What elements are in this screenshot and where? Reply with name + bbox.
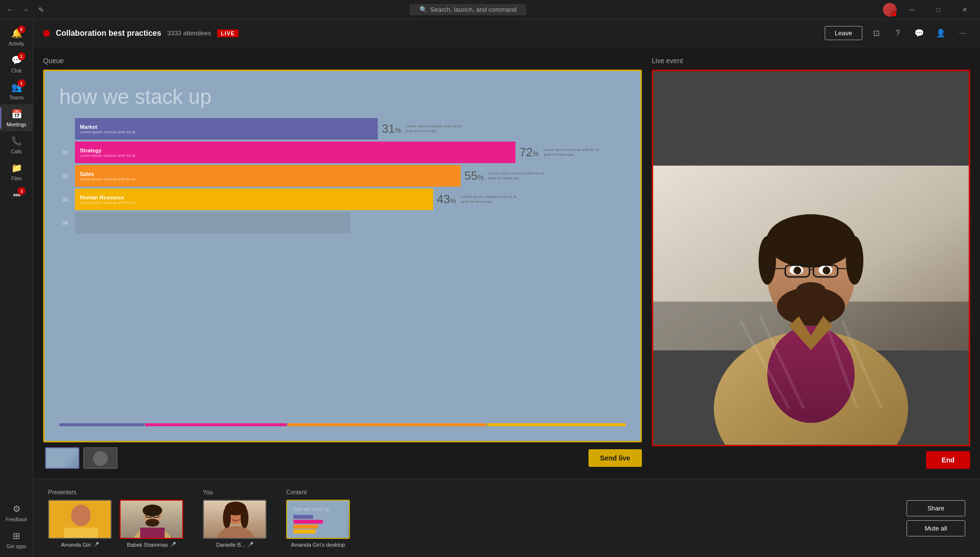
participants-bar: Presenters [33, 479, 980, 557]
more-badge: 1 [18, 187, 25, 195]
svg-point-13 [793, 266, 801, 274]
chart-bar-container-0: Market Lorem ipsum consuls ante be la 31… [75, 118, 626, 140]
content-preview-svg: how we stack up [289, 501, 347, 537]
sidebar-item-chat[interactable]: 💬 1 Chat [0, 50, 33, 77]
hr-desc: Lorem ipsum consuls ante be laante fre t… [461, 194, 516, 205]
sales-sub: Lorem ipsum consuls ante be la [80, 177, 456, 181]
thumb-1[interactable] [45, 447, 79, 469]
search-icon: 🔍 [419, 6, 427, 13]
chart-bar-04 [75, 212, 350, 234]
chart-bar-strategy: Strategy Lorem ipsum consuls ante be la [75, 142, 515, 163]
search-bar[interactable]: 🔍 Search, launch, and command [53, 4, 883, 15]
participant-card-danielle: Danielle B... 🎤 [203, 500, 267, 548]
teams-icon: 👥 1 [11, 81, 23, 93]
share-button[interactable]: Share [906, 500, 965, 516]
babek-name: Babek Shammas 🎤 [127, 542, 176, 548]
qa-icon: ? [896, 29, 900, 38]
svg-point-14 [823, 266, 831, 274]
chat-icon: 💬 1 [11, 54, 23, 66]
user-avatar[interactable] [883, 3, 897, 17]
participant-video-babek[interactable] [120, 500, 183, 539]
queue-bottom: Send live [43, 447, 642, 469]
forward-button[interactable]: → [20, 4, 31, 16]
content-name: Amanda Giri's desktop [291, 542, 345, 548]
live-event-label: Live event [652, 57, 970, 65]
chart-num-1: 01 [59, 149, 71, 155]
svg-point-32 [143, 505, 162, 516]
teams-badge: 1 [18, 79, 25, 87]
strategy-label: Strategy [80, 147, 511, 153]
sidebar-item-files[interactable]: 📁 Files [0, 158, 33, 185]
qa-button[interactable]: ? [890, 25, 906, 41]
people-button[interactable]: 👤 [933, 25, 949, 41]
sidebar-item-teams[interactable]: 👥 1 Teams [0, 77, 33, 104]
edit-button[interactable]: ✎ [35, 4, 47, 16]
content-card-desktop[interactable]: how we stack up [286, 500, 350, 539]
minimize-button[interactable]: — [901, 2, 923, 18]
svg-point-26 [71, 505, 91, 526]
live-event-preview [652, 70, 970, 446]
live-event-bottom: End [652, 451, 970, 469]
participants-actions: Share Mute all [906, 500, 965, 536]
sidebar-item-more[interactable]: ••• 1 [0, 185, 33, 205]
feedback-icon: ⚙ [11, 503, 23, 515]
strategy-sub: Lorem ipsum consuls ante be la [80, 153, 511, 158]
maximize-button[interactable]: □ [927, 2, 950, 18]
participant-video-amanda[interactable] [48, 500, 112, 539]
chart-bar-market: Market Lorem ipsum consuls ante be la [75, 118, 378, 140]
queue-preview: how we stack up Market Lorem ipsum consu… [43, 70, 642, 442]
attendees-count: 3333 attendees [167, 29, 211, 37]
thumb-2-person [93, 451, 108, 466]
end-button[interactable]: End [926, 451, 970, 469]
sidebar-item-feedback[interactable]: ⚙ Feedback [0, 499, 33, 526]
close-button[interactable]: ✕ [954, 2, 976, 18]
sidebar-item-label-files: Files [11, 176, 22, 181]
nav-buttons: ← → ✎ [4, 4, 47, 16]
sidebar-item-label-chat: Chat [11, 68, 22, 73]
amanda-mic-icon: 🎤 [93, 542, 99, 547]
sidebar-item-meetings[interactable]: 📅 Meetings [0, 104, 33, 131]
progress-seg-4 [487, 423, 626, 426]
top-bar-actions: Leave ⊡ ? 💬 👤 ··· [825, 25, 970, 41]
sidebar-item-label-get-apps: Get apps [6, 544, 26, 549]
back-button[interactable]: ← [4, 4, 16, 16]
sidebar-item-get-apps[interactable]: ⊞ Get apps [0, 526, 33, 553]
sidebar-item-calls[interactable]: 📞 Calls [0, 131, 33, 158]
captions-button[interactable]: ⊡ [868, 25, 884, 41]
chart-row-right-0: 31% Lorem ipsum consuls ante be laante f… [378, 122, 461, 136]
danielle-video-svg [204, 501, 267, 539]
captions-icon: ⊡ [873, 28, 880, 38]
send-live-button[interactable]: Send live [588, 449, 642, 467]
market-label: Market [80, 124, 373, 130]
participant-video-danielle[interactable] [203, 500, 267, 539]
sidebar-item-label-meetings: Meetings [6, 122, 26, 127]
svg-rect-48 [294, 520, 323, 524]
content-cards: how we stack up Amanda Giri's desk [286, 500, 350, 548]
leave-button[interactable]: Leave [825, 26, 862, 40]
progress-seg-1 [59, 423, 144, 426]
presenters-group: Presenters [48, 489, 183, 548]
live-badge: LIVE [217, 29, 239, 37]
you-group: You [203, 489, 267, 548]
chart-bar-container-4 [75, 212, 626, 234]
chart-row-04: 04 [59, 212, 626, 234]
more-apps-icon: ••• 1 [11, 189, 23, 201]
svg-rect-49 [294, 525, 318, 529]
content-inner: how we stack up [287, 501, 349, 538]
mute-all-button[interactable]: Mute all [906, 520, 965, 536]
svg-point-9 [846, 236, 863, 285]
participant-card-content: how we stack up Amanda Giri's desk [286, 500, 350, 548]
queue-section: Queue how we stack up Market [43, 57, 642, 469]
thumb-2[interactable] [83, 447, 118, 469]
more-options-button[interactable]: ··· [955, 25, 970, 41]
chart-bar-hr: Human Resource Lorem ipsum consuls ante … [75, 189, 433, 210]
sidebar-item-activity[interactable]: 🔔 2 Activity [0, 24, 33, 50]
chart-bar-container-1: Strategy Lorem ipsum consuls ante be la … [75, 142, 626, 163]
you-cards: Danielle B... 🎤 [203, 500, 267, 548]
babek-video-svg [121, 501, 183, 539]
search-placeholder: Search, launch, and command [430, 6, 516, 13]
more-options-icon: ··· [959, 29, 965, 38]
svg-point-8 [759, 236, 776, 285]
chat-button[interactable]: 💬 [911, 25, 927, 41]
thumbnails-row [43, 447, 120, 469]
